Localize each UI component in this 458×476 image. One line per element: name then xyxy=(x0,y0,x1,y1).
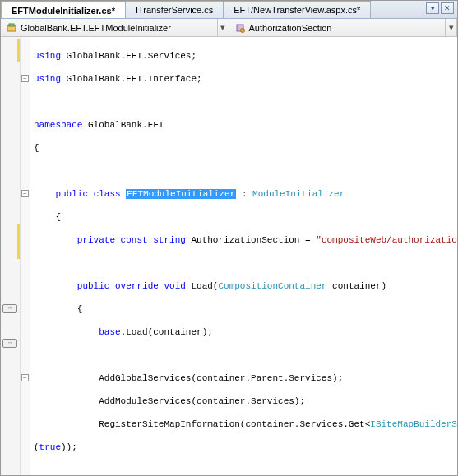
svg-rect-1 xyxy=(9,24,14,26)
selected-classname: EFTModuleInitializer xyxy=(126,189,236,199)
code-area[interactable]: using GlobalBank.EFT.Services; using Glo… xyxy=(30,37,457,476)
tab-eftmoduleinitializer[interactable]: EFTModuleInitializer.cs* xyxy=(1,1,126,18)
type-selector[interactable]: GlobalBank.EFT.EFTModuleInitializer xyxy=(1,19,218,36)
field-icon xyxy=(234,22,246,34)
svg-point-3 xyxy=(240,28,244,32)
type-selector-dropdown[interactable]: ▾ xyxy=(218,19,229,36)
change-marker xyxy=(17,224,20,259)
tab-itransferservice[interactable]: ITransferService.cs xyxy=(125,1,224,18)
fold-bar: − − − xyxy=(21,37,30,476)
member-selector-label: AuthorizationSection xyxy=(249,23,332,33)
class-icon xyxy=(6,22,17,34)
fold-toggle[interactable]: − xyxy=(21,374,29,381)
tab-bar: EFTModuleInitializer.cs* ITransferServic… xyxy=(1,1,457,19)
code-editor[interactable]: ⋯ ⋯ − − − using GlobalBank.EFT.Services;… xyxy=(1,37,457,476)
change-marker xyxy=(17,39,20,62)
type-selector-label: GlobalBank.EFT.EFTModuleInitializer xyxy=(21,23,171,33)
member-selector-dropdown[interactable]: ▾ xyxy=(446,19,457,36)
fold-toggle[interactable]: − xyxy=(21,75,29,82)
collapse-indicator[interactable]: ⋯ xyxy=(2,304,17,313)
editor-margin: ⋯ ⋯ xyxy=(1,37,21,476)
window-dropdown-button[interactable]: ▾ xyxy=(426,2,439,14)
member-selector[interactable]: AuthorizationSection xyxy=(229,19,446,36)
close-window-button[interactable]: ✕ xyxy=(441,2,454,14)
tab-newtransferview[interactable]: EFT/NewTransferView.aspx.cs* xyxy=(223,1,371,18)
collapse-indicator[interactable]: ⋯ xyxy=(2,339,17,348)
fold-toggle[interactable]: − xyxy=(21,190,29,197)
navigation-bar: GlobalBank.EFT.EFTModuleInitializer ▾ Au… xyxy=(1,19,457,37)
